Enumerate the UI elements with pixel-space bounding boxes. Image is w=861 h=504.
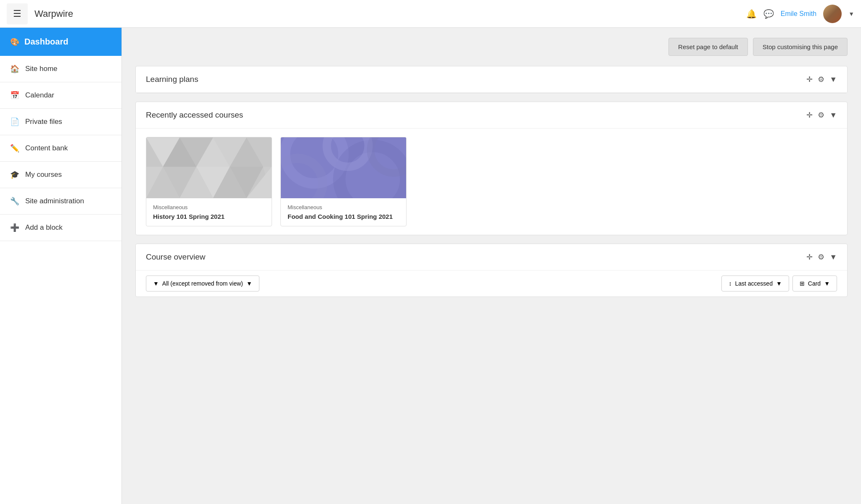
header: ☰ Warpwire 🔔 💬 Emile Smith ▼ [0,0,861,28]
sidebar-item-site-admin[interactable]: 🔧 Site administration [0,188,121,215]
recently-accessed-title: Recently accessed courses [146,110,806,120]
course-card-food[interactable]: Miscellaneous Food and Cooking 101 Sprin… [280,137,407,226]
top-actions: Reset page to default Stop customising t… [135,38,848,56]
sidebar-label-site-admin: Site administration [25,197,84,205]
home-icon: 🏠 [10,64,19,74]
course-overview-controls: ✛ ⚙ ▼ [806,252,837,262]
course-overview-panel: Course overview ✛ ⚙ ▼ ▼ All (except remo… [135,244,848,297]
view-chevron-icon: ▼ [824,280,830,287]
add-icon: ➕ [10,223,19,232]
sidebar-item-add-block[interactable]: ➕ Add a block [0,215,121,241]
courses-icon: 🎓 [10,170,19,179]
content-icon: ✏️ [10,144,19,153]
learning-plans-move-icon[interactable]: ✛ [806,75,813,84]
sort-button[interactable]: ↕ Last accessed ▼ [721,276,789,291]
dashboard-label: Dashboard [24,37,68,47]
course-filter-button[interactable]: ▼ All (except removed from view) ▼ [146,276,259,291]
course-overview-bar: ▼ All (except removed from view) ▼ ↕ Las… [136,270,847,297]
sidebar-label-private-files: Private files [25,118,62,126]
course-overview-dropdown-icon[interactable]: ▼ [829,253,837,262]
course-card-body-food: Miscellaneous Food and Cooking 101 Sprin… [281,198,406,226]
reset-page-button[interactable]: Reset page to default [668,38,748,56]
course-thumb-gray-svg [146,137,272,198]
sort-chevron-icon: ▼ [776,280,782,287]
recently-accessed-move-icon[interactable]: ✛ [806,110,813,120]
recently-accessed-controls: ✛ ⚙ ▼ [806,110,837,120]
course-title-history: History 101 Spring 2021 [153,213,265,220]
course-card-body-history: Miscellaneous History 101 Spring 2021 [146,198,272,226]
course-overview-gear-icon[interactable]: ⚙ [818,252,824,262]
course-title-food: Food and Cooking 101 Spring 2021 [288,213,399,220]
admin-icon: 🔧 [10,197,19,206]
sidebar-label-add-block: Add a block [25,223,63,232]
sidebar-item-calendar[interactable]: 📅 Calendar [0,82,121,109]
course-card-history[interactable]: Miscellaneous History 101 Spring 2021 [146,137,272,226]
course-category-history: Miscellaneous [153,204,265,210]
view-button[interactable]: ⊞ Card ▼ [792,276,837,291]
sidebar-label-calendar: Calendar [25,91,54,100]
learning-plans-controls: ✛ ⚙ ▼ [806,75,837,84]
notification-icon[interactable]: 🔔 [746,9,757,19]
calendar-icon: 📅 [10,91,19,100]
message-icon[interactable]: 💬 [763,9,774,19]
username-link[interactable]: Emile Smith [781,10,816,18]
learning-plans-title: Learning plans [146,75,806,84]
sidebar-label-my-courses: My courses [25,171,62,179]
sidebar-item-site-home[interactable]: 🏠 Site home [0,56,121,82]
app-title: Warpwire [34,8,73,19]
learning-plans-panel: Learning plans ✛ ⚙ ▼ [135,66,848,93]
course-view-controls: ↕ Last accessed ▼ ⊞ Card ▼ [721,276,837,291]
avatar-image [823,5,842,23]
sidebar: 🎨 Dashboard 🏠 Site home 📅 Calendar 📄 Pri… [0,28,122,504]
view-label: Card [808,280,821,287]
header-right: 🔔 💬 Emile Smith ▼ [746,5,854,23]
learning-plans-dropdown-icon[interactable]: ▼ [829,75,837,84]
sort-label: Last accessed [735,280,773,287]
sidebar-item-private-files[interactable]: 📄 Private files [0,109,121,135]
layout: 🎨 Dashboard 🏠 Site home 📅 Calendar 📄 Pri… [0,28,861,504]
filter-chevron-icon: ▼ [246,280,252,287]
course-overview-header: Course overview ✛ ⚙ ▼ [136,244,847,270]
main-content: Reset page to default Stop customising t… [122,28,861,504]
view-icon: ⊞ [800,280,805,287]
course-overview-move-icon[interactable]: ✛ [806,252,813,262]
recently-accessed-gear-icon[interactable]: ⚙ [818,110,824,120]
sidebar-item-content-bank[interactable]: ✏️ Content bank [0,135,121,162]
learning-plans-gear-icon[interactable]: ⚙ [818,75,824,84]
sidebar-item-dashboard[interactable]: 🎨 Dashboard [0,28,121,56]
file-icon: 📄 [10,117,19,126]
course-category-food: Miscellaneous [288,204,399,210]
course-thumb-purple-svg [281,137,406,198]
sidebar-item-my-courses[interactable]: 🎓 My courses [0,162,121,188]
menu-button[interactable]: ☰ [7,3,28,24]
course-thumb-food [281,137,406,198]
learning-plans-header: Learning plans ✛ ⚙ ▼ [136,66,847,93]
recently-accessed-panel: Recently accessed courses ✛ ⚙ ▼ [135,102,848,235]
recently-accessed-dropdown-icon[interactable]: ▼ [829,111,837,120]
filter-label: All (except removed from view) [162,280,243,287]
sidebar-label-content-bank: Content bank [25,144,68,152]
filter-icon: ▼ [153,280,159,287]
sort-icon: ↕ [729,280,732,287]
avatar[interactable] [823,5,842,23]
recently-accessed-header: Recently accessed courses ✛ ⚙ ▼ [136,102,847,129]
course-thumb-history [146,137,272,198]
sidebar-label-site-home: Site home [25,65,58,73]
course-cards-container: Miscellaneous History 101 Spring 2021 [136,129,847,235]
user-dropdown-arrow[interactable]: ▼ [848,10,854,17]
dashboard-icon: 🎨 [10,37,19,47]
stop-customising-button[interactable]: Stop customising this page [753,38,848,56]
hamburger-icon: ☰ [13,8,21,19]
course-overview-title: Course overview [146,252,806,262]
